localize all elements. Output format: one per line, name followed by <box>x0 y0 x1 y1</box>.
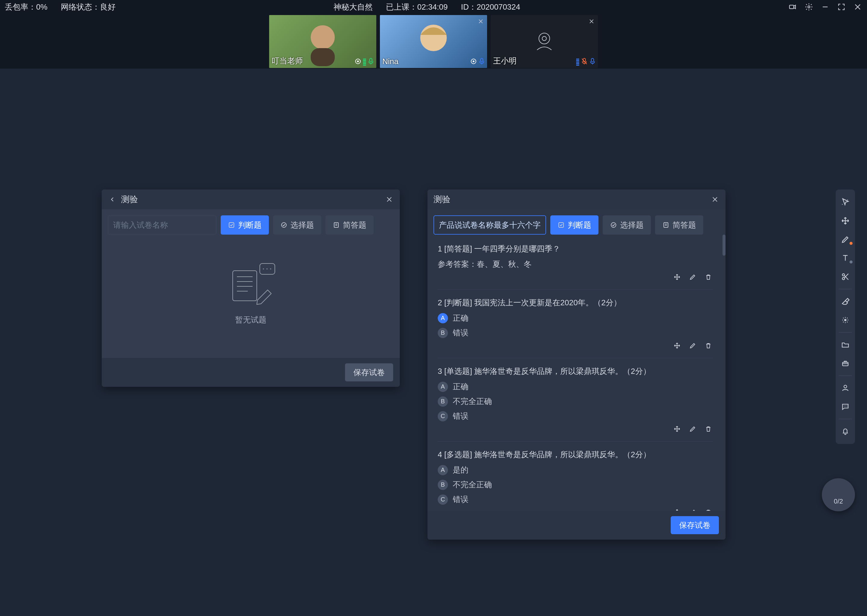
question-option[interactable]: A正确 <box>438 313 713 323</box>
svg-point-5 <box>311 25 335 49</box>
network-status: 网络状态：良好 <box>61 2 116 13</box>
question-option[interactable]: B错误 <box>438 328 713 338</box>
svg-point-1 <box>808 6 810 8</box>
option-badge: B <box>438 480 448 490</box>
participant-name: Nina <box>382 57 398 66</box>
svg-point-50 <box>844 319 847 321</box>
settings-icon[interactable] <box>804 2 813 11</box>
folder-tool-icon[interactable] <box>836 336 855 353</box>
quiz-panel-empty: 测验 判断题 选择题 简答题 暂无试题 保存试卷 <box>102 190 400 387</box>
option-text: 正确 <box>453 313 468 323</box>
option-text: 不完全正确 <box>453 396 492 407</box>
move-icon[interactable] <box>673 341 681 350</box>
quiz-panel-editor: 测验 产品说试卷名称最多十六个字 判断题 选择题 简答题 1 [简答题] 一年四… <box>427 190 725 540</box>
add-judge-button[interactable]: 判断题 <box>550 215 599 235</box>
chat-tool-icon[interactable] <box>836 398 855 415</box>
raise-hand-count: 0/2 <box>834 498 843 505</box>
quiz-title-input[interactable]: 产品说试卷名称最多十六个字 <box>434 215 546 235</box>
svg-point-52 <box>844 385 847 388</box>
question-option[interactable]: B不完全正确 <box>438 396 713 407</box>
question-option[interactable]: C错误 <box>438 411 713 421</box>
question-option[interactable]: A正确 <box>438 381 713 392</box>
minimize-icon[interactable] <box>821 2 830 11</box>
edit-icon[interactable] <box>688 272 697 281</box>
svg-rect-30 <box>233 271 257 301</box>
mic-icon <box>368 58 374 66</box>
participant-name: 王小明 <box>493 56 517 66</box>
pointer-tool-icon[interactable] <box>836 194 855 211</box>
record-icon <box>355 58 361 66</box>
move-icon[interactable] <box>673 424 681 434</box>
question-answer: 参考答案：春、夏、秋、冬 <box>438 259 713 269</box>
eraser-tool-icon[interactable] <box>836 293 855 310</box>
pen-tool-icon[interactable] <box>836 231 855 248</box>
volume-bars-icon <box>363 59 366 66</box>
add-choice-button[interactable]: 选择题 <box>603 215 651 235</box>
option-badge: B <box>438 328 448 338</box>
question-item: 1 [简答题] 一年四季分别是哪四季？参考答案：春、夏、秋、冬 <box>438 236 713 290</box>
edit-icon[interactable] <box>688 341 697 350</box>
empty-text: 暂无试题 <box>235 314 266 325</box>
close-icon[interactable] <box>853 2 862 11</box>
option-badge: C <box>438 495 448 505</box>
svg-point-8 <box>357 60 359 62</box>
panel-title: 测验 <box>121 194 138 205</box>
question-option[interactable]: C错误 <box>438 494 713 505</box>
move-icon[interactable] <box>673 272 681 281</box>
svg-rect-25 <box>229 223 234 227</box>
close-icon[interactable] <box>711 195 719 204</box>
question-title: 4 [多选题] 施华洛世奇是反华品牌，所以梁鼎琪反华。（2分） <box>438 449 713 460</box>
quiz-title-input[interactable] <box>108 215 216 235</box>
edit-icon[interactable] <box>688 424 697 434</box>
video-tile-student[interactable]: Nina <box>380 15 487 68</box>
delete-icon[interactable] <box>704 341 713 350</box>
question-title: 1 [简答题] 一年四季分别是哪四季？ <box>438 244 713 254</box>
class-title: 神秘大自然 <box>334 2 373 13</box>
question-item: 4 [多选题] 施华洛世奇是反华品牌，所以梁鼎琪反华。（2分）A是的B不完全正确… <box>438 442 713 515</box>
svg-point-17 <box>542 36 546 41</box>
scissors-tool-icon[interactable] <box>836 268 855 285</box>
text-tool-icon[interactable] <box>836 250 855 267</box>
raise-hand-fab[interactable]: 0/2 <box>822 478 855 511</box>
panel-title: 测验 <box>434 194 450 205</box>
add-choice-button[interactable]: 选择题 <box>273 215 321 235</box>
svg-point-55 <box>847 406 847 406</box>
delete-icon[interactable] <box>704 424 713 434</box>
add-judge-button[interactable]: 判断题 <box>221 215 269 235</box>
question-item: 3 [单选题] 施华洛世奇是反华品牌，所以梁鼎琪反华。（2分）A正确B不完全正确… <box>438 358 713 442</box>
svg-point-42 <box>611 223 616 227</box>
save-quiz-button[interactable]: 保存试卷 <box>671 516 719 534</box>
bell-tool-icon[interactable] <box>836 423 855 440</box>
video-tile-row: 叮当老师 Nina 王小明 <box>0 14 867 69</box>
empty-state: 暂无试题 <box>102 240 400 346</box>
question-title: 2 [判断题] 我国宪法上一次更新是在2020年。（2分） <box>438 297 713 308</box>
user-tool-icon[interactable] <box>836 380 855 396</box>
svg-point-38 <box>270 268 271 269</box>
video-tile-camera-off[interactable]: 王小明 <box>491 15 598 68</box>
svg-point-14 <box>473 60 474 62</box>
move-tool-icon[interactable] <box>836 212 855 229</box>
toolbox-tool-icon[interactable] <box>836 355 855 372</box>
add-shortanswer-button[interactable]: 简答题 <box>655 215 703 235</box>
svg-point-16 <box>539 33 550 44</box>
laser-tool-icon[interactable] <box>836 312 855 328</box>
question-option[interactable]: B不完全正确 <box>438 479 713 490</box>
option-badge: A <box>438 313 448 323</box>
option-text: 错误 <box>453 411 468 421</box>
question-option[interactable]: A是的 <box>438 465 713 475</box>
save-quiz-button[interactable]: 保存试卷 <box>345 363 393 381</box>
video-tile-teacher[interactable]: 叮当老师 <box>269 15 376 68</box>
svg-point-54 <box>845 406 846 406</box>
maximize-icon[interactable] <box>837 2 846 11</box>
camera-toggle-icon[interactable] <box>788 2 797 11</box>
svg-rect-15 <box>481 58 483 62</box>
add-shortanswer-button[interactable]: 简答题 <box>325 215 374 235</box>
back-icon[interactable] <box>108 195 117 204</box>
svg-rect-22 <box>591 58 594 62</box>
question-item: 2 [判断题] 我国宪法上一次更新是在2020年。（2分）A正确B错误 <box>438 290 713 358</box>
question-tools <box>438 272 713 281</box>
close-icon[interactable] <box>385 195 394 204</box>
tile-close-icon[interactable] <box>476 17 485 26</box>
tile-close-icon[interactable] <box>587 17 596 26</box>
delete-icon[interactable] <box>704 272 713 281</box>
